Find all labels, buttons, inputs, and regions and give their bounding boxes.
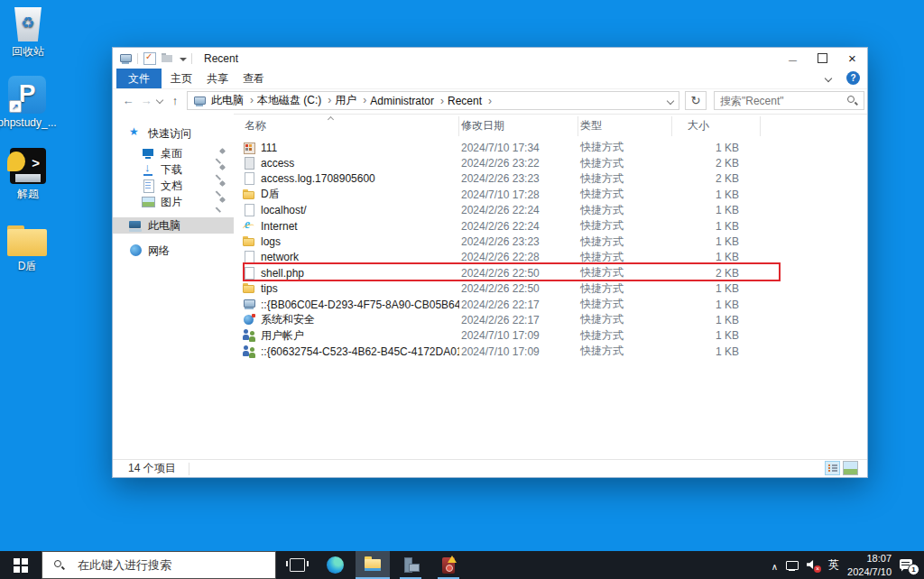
pin-icon[interactable] [216,149,226,159]
close-button[interactable] [837,48,867,69]
column-header-size[interactable]: 大小 [672,116,761,136]
file-icon [243,172,256,185]
explorer-window: Recent 文件 主页 共享 查看 此电脑 本地磁盘 (C:) [112,47,868,478]
taskbar-clock[interactable]: 18:07 2024/7/10 [847,552,892,578]
file-size: 1 KB [672,188,761,201]
tab-share[interactable]: 共享 [203,69,232,88]
up-button[interactable] [167,93,183,109]
explorer-search-input[interactable] [715,95,846,107]
column-header-date-modified[interactable]: 修改日期 [459,116,578,136]
sidebar-item-quick-access[interactable]: 快速访问 [113,125,234,142]
column-header-type[interactable]: 类型 [578,116,672,136]
volume-muted-icon[interactable] [807,559,820,571]
file-row[interactable]: access 2024/2/26 23:22 快捷方式 2 KB [237,155,864,170]
forward-button[interactable] [138,93,154,109]
minimize-button[interactable] [778,48,808,69]
breadcrumb-this-pc[interactable]: 此电脑 [209,93,255,108]
file-type: 快捷方式 [578,140,672,155]
sidebar-item-downloads[interactable]: 下载 [113,161,234,178]
desktop-icon-phpstudy[interactable]: phpstudy_... [0,76,61,129]
file-row[interactable]: D盾 2024/7/10 17:28 快捷方式 1 KB [237,187,864,202]
taskbar: 英 18:07 2024/7/10 1 [0,551,924,579]
taskbar-phpstudy-button[interactable] [393,551,428,579]
file-date-modified: 2024/2/26 23:23 [459,172,578,185]
dshield-app-icon [10,148,46,184]
properties-check-icon[interactable] [143,52,156,65]
file-row[interactable]: ::{BB06C0E4-D293-4F75-8A90-CB05B6477... … [237,297,864,312]
taskbar-explorer-button[interactable] [356,551,390,579]
pin-icon[interactable] [216,165,226,175]
file-date-modified: 2024/2/26 23:22 [459,157,578,170]
file-size: 1 KB [672,235,761,248]
tab-home[interactable]: 主页 [167,69,196,88]
file-row[interactable]: 用户帐户 2024/7/10 17:09 快捷方式 1 KB [237,328,864,344]
file-row[interactable]: logs 2024/2/26 23:23 快捷方式 1 KB [237,234,864,249]
hidden-icons-chevron[interactable] [772,557,778,574]
start-button[interactable] [0,551,42,579]
pin-icon[interactable] [216,198,226,207]
file-icon [243,345,256,358]
search-icon [846,95,858,106]
file-size: 1 KB [672,329,761,342]
file-row[interactable]: access.log.1708905600 2024/2/26 23:23 快捷… [237,171,864,187]
file-row[interactable]: localhost/ 2024/2/26 22:24 快捷方式 1 KB [237,203,864,218]
file-row[interactable]: ::{60632754-C523-4B62-B45C-4172DA012... … [237,344,864,359]
clock-time: 18:07 [847,552,892,565]
file-size: 1 KB [672,345,761,358]
thumbnails-view-button[interactable] [843,461,858,475]
sidebar-item-pictures[interactable]: 图片 [113,194,234,210]
file-size: 1 KB [672,314,761,326]
file-size: 1 KB [672,220,761,233]
qat-dropdown-icon[interactable] [179,55,186,62]
sidebar-item-this-pc[interactable]: 此电脑 [113,217,234,234]
file-type: 快捷方式 [578,171,672,187]
taskbar-dshield-button[interactable] [431,551,466,579]
breadcrumb-administrator[interactable]: Administrator [368,95,446,107]
file-date-modified: 2024/2/26 22:50 [459,282,578,295]
tab-view[interactable]: 查看 [239,69,268,88]
file-name: access [261,157,294,170]
input-language-indicator[interactable]: 英 [828,557,839,573]
view-switcher [825,461,858,475]
desktop-icon-recycle-bin[interactable]: 回收站 [0,7,62,60]
file-row[interactable]: 系统和安全 2024/2/26 22:17 快捷方式 1 KB [237,312,864,327]
pin-icon[interactable] [216,181,226,191]
network-tray-icon[interactable] [786,560,799,571]
sidebar-item-desktop[interactable]: 桌面 [113,145,234,161]
sidebar-item-documents[interactable]: 文档 [113,178,234,194]
tab-file[interactable]: 文件 [116,69,162,88]
taskbar-edge-button[interactable] [318,551,352,579]
quick-access-toolbar: Recent [113,52,238,65]
file-row[interactable]: Internet 2024/2/26 22:24 快捷方式 1 KB [237,218,864,234]
network-icon [129,244,143,257]
file-type: 快捷方式 [578,297,672,312]
breadcrumb-recent[interactable]: Recent [446,95,494,107]
desktop-icon-dshield-folder[interactable]: D盾 [0,225,61,274]
file-name: access.log.1708905600 [261,172,375,185]
back-button[interactable] [120,93,136,109]
column-headers: 名称 修改日期 类型 大小 [237,116,864,140]
help-icon[interactable] [846,71,860,85]
download-icon [142,163,156,176]
action-center-icon[interactable]: 1 [900,558,917,573]
minimize-ribbon-icon[interactable] [825,75,833,83]
edge-icon [327,556,344,574]
address-dropdown-icon[interactable] [666,96,675,106]
details-view-button[interactable] [825,461,840,475]
desktop-icon-label: 回收站 [0,44,62,60]
desktop-icon-jieti[interactable]: 解题 [0,148,62,202]
maximize-button[interactable] [808,48,837,69]
file-row[interactable]: tips 2024/2/26 22:50 快捷方式 1 KB [237,281,864,297]
window-title: Recent [204,52,238,65]
folder-icon [6,225,48,256]
breadcrumb-users[interactable]: 用户 [333,93,368,108]
refresh-icon[interactable] [685,91,707,110]
recent-locations-icon[interactable] [155,96,164,106]
column-header-name[interactable]: 名称 [237,116,459,136]
breadcrumb-local-disk-c[interactable]: 本地磁盘 (C:) [255,93,333,108]
new-folder-icon[interactable] [162,53,173,63]
taskbar-search-input[interactable] [70,558,275,572]
sidebar-item-network[interactable]: 网络 [113,243,234,259]
task-view-button[interactable] [280,551,314,579]
file-row[interactable]: 111 2024/7/10 17:34 快捷方式 1 KB [237,140,864,155]
